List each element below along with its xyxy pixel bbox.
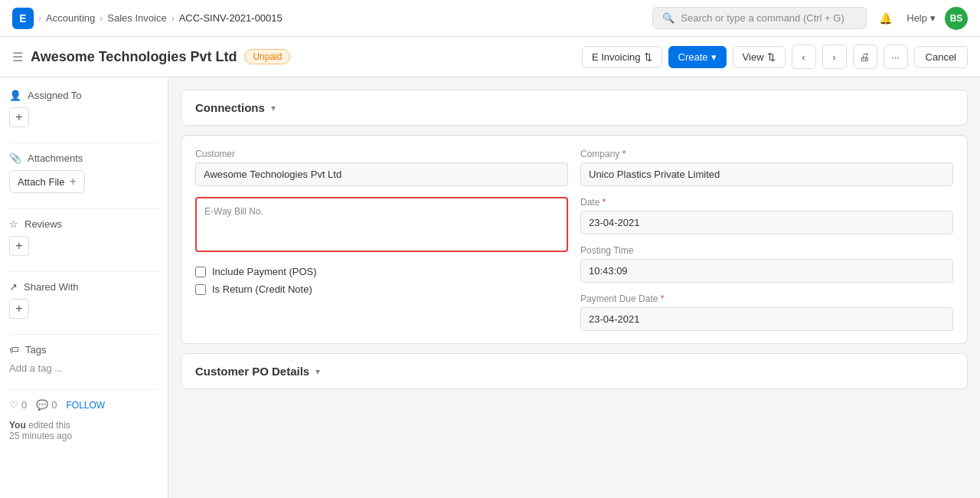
page-actions: E Invoicing ⇅ Create ▾ View ⇅ ‹ › 🖨 ··· … [582, 44, 968, 69]
date-input[interactable]: 23-04-2021 [580, 211, 953, 234]
paperclip-icon: 📎 [9, 152, 21, 164]
print-button[interactable]: 🖨 [853, 44, 877, 69]
content-area: Connections ▾ Customer Awesome Technolog… [168, 77, 980, 498]
tags-section: 🏷 Tags Add a tag ... [9, 344, 158, 374]
is-return-checkbox-item[interactable]: Is Return (Credit Note) [195, 283, 568, 295]
form-section: Customer Awesome Technologies Pvt Ltd E-… [181, 135, 968, 344]
divider-3 [9, 271, 158, 272]
more-button[interactable]: ··· [884, 44, 908, 69]
customer-po-section: Customer PO Details ▾ [181, 353, 968, 389]
customer-po-chevron-icon: ▾ [315, 366, 320, 377]
follow-button[interactable]: FOLLOW [66, 400, 105, 411]
posting-time-field: Posting Time 10:43:09 [580, 245, 953, 283]
likes-row: ♡ 0 💬 0 FOLLOW [9, 399, 158, 411]
assigned-to-title: 👤 Assigned To [9, 90, 158, 101]
company-field: Company * Unico Plastics Private Limited [580, 149, 953, 186]
main-layout: 👤 Assigned To + 📎 Attachments Attach Fil… [0, 77, 980, 498]
heart-icon: ♡ [9, 399, 18, 411]
attach-file-button[interactable]: Attach File + [9, 170, 85, 193]
nav-right: 🔔 Help ▾ BS [873, 6, 968, 31]
connections-title: Connections [195, 101, 265, 114]
person-icon: 👤 [9, 90, 21, 101]
connections-chevron-icon: ▾ [271, 103, 276, 113]
company-label: Company * [580, 149, 953, 159]
tags-title: 🏷 Tags [9, 344, 158, 355]
star-icon: ☆ [9, 218, 18, 230]
avatar[interactable]: BS [945, 7, 968, 30]
is-return-checkbox[interactable] [195, 284, 206, 295]
breadcrumb-sep-2: › [100, 13, 103, 24]
connections-header[interactable]: Connections ▾ [181, 90, 967, 125]
include-payment-checkbox[interactable] [195, 267, 206, 277]
customer-label: Customer [195, 149, 568, 159]
next-button[interactable]: › [822, 44, 847, 69]
posting-time-input[interactable]: 10:43:09 [580, 259, 953, 283]
eway-input[interactable] [204, 217, 559, 244]
form-right: Company * Unico Plastics Private Limited… [580, 149, 953, 331]
shared-with-title: ↗ Shared With [9, 281, 158, 293]
sidebar: 👤 Assigned To + 📎 Attachments Attach Fil… [0, 77, 168, 498]
likes-count: 0 [21, 399, 27, 411]
payment-due-input[interactable]: 23-04-2021 [580, 307, 953, 331]
add-review-button[interactable]: + [9, 236, 29, 256]
add-tag-text[interactable]: Add a tag ... [9, 362, 63, 374]
date-required: * [603, 197, 606, 208]
help-label: Help [906, 12, 927, 24]
breadcrumb-accounting[interactable]: Accounting [46, 12, 95, 24]
checkboxes-group: Include Payment (POS) Is Return (Credit … [195, 263, 568, 295]
posting-time-label: Posting Time [580, 245, 953, 256]
customer-input[interactable]: Awesome Technologies Pvt Ltd [195, 162, 568, 186]
form-left: Customer Awesome Technologies Pvt Ltd E-… [195, 149, 568, 331]
date-field: Date * 23-04-2021 [580, 197, 953, 234]
prev-button[interactable]: ‹ [792, 44, 816, 69]
cancel-button[interactable]: Cancel [914, 46, 968, 68]
hamburger-icon[interactable]: ☰ [12, 50, 23, 64]
breadcrumb-sep-3: › [172, 13, 175, 24]
share-icon: ↗ [9, 281, 18, 293]
app-icon[interactable]: E [12, 8, 34, 29]
attachments-title: 📎 Attachments [9, 152, 158, 164]
divider-4 [9, 334, 158, 335]
customer-po-header[interactable]: Customer PO Details ▾ [181, 354, 967, 388]
eway-label: E-Way Bill No. [204, 206, 263, 217]
create-button[interactable]: Create ▾ [668, 46, 727, 68]
help-chevron-icon: ▾ [930, 12, 936, 24]
e-invoicing-button[interactable]: E Invoicing ⇅ [582, 46, 662, 68]
breadcrumb-sales-invoice[interactable]: Sales Invoice [107, 12, 166, 24]
comments-count: 0 [51, 399, 57, 411]
customer-field: Customer Awesome Technologies Pvt Ltd [195, 149, 568, 186]
reviews-title: ☆ Reviews [9, 218, 158, 230]
customer-po-title: Customer PO Details [195, 365, 309, 378]
page-title: Awesome Technologies Pvt Ltd [31, 49, 237, 65]
eway-highlighted-container: E-Way Bill No. [195, 197, 568, 252]
create-chevron-icon: ▾ [711, 51, 717, 63]
company-input[interactable]: Unico Plastics Private Limited [580, 162, 953, 186]
reviews-section: ☆ Reviews + [9, 218, 158, 256]
tag-icon: 🏷 [9, 344, 19, 355]
attachments-section: 📎 Attachments Attach File + [9, 152, 158, 193]
page-header: ☰ Awesome Technologies Pvt Ltd Unpaid E … [0, 37, 980, 77]
activity-text: You edited this 25 minutes ago [9, 420, 158, 441]
eway-field: E-Way Bill No. [195, 197, 568, 252]
include-payment-checkbox-item[interactable]: Include Payment (POS) [195, 266, 568, 277]
add-shared-button[interactable]: + [9, 299, 29, 319]
divider-5 [9, 389, 158, 390]
view-button[interactable]: View ⇅ [733, 46, 786, 68]
help-button[interactable]: Help ▾ [906, 12, 936, 24]
breadcrumb-sep-1: › [38, 13, 41, 24]
view-chevron-icon: ⇅ [767, 51, 776, 63]
breadcrumb-current: ACC-SINV-2021-00015 [179, 12, 283, 24]
notification-button[interactable]: 🔔 [873, 6, 897, 31]
search-icon: 🔍 [662, 12, 675, 24]
search-bar[interactable]: 🔍 Search or type a command (Ctrl + G) [652, 7, 867, 29]
attach-plus-icon: + [69, 175, 76, 188]
divider-2 [9, 208, 158, 209]
nav-left: E › Accounting › Sales Invoice › ACC-SIN… [12, 8, 646, 29]
payment-due-label: Payment Due Date * [580, 293, 953, 304]
is-return-label: Is Return (Credit Note) [212, 283, 312, 295]
include-payment-label: Include Payment (POS) [212, 266, 317, 277]
add-assigned-button[interactable]: + [9, 107, 29, 127]
company-required: * [622, 149, 626, 159]
assigned-to-section: 👤 Assigned To + [9, 90, 158, 127]
comments-count-area: 💬 0 [36, 399, 57, 411]
